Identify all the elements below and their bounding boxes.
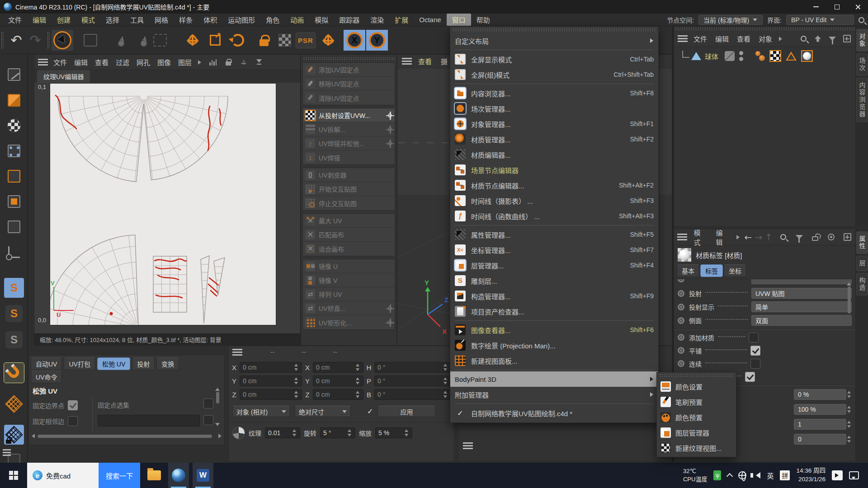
menu-item[interactable]: 编辑 bbox=[712, 227, 731, 248]
taskbar-word[interactable]: W bbox=[193, 463, 213, 488]
stepper-icon[interactable] bbox=[293, 362, 299, 372]
window-menu-item[interactable]: 时间线（函数曲线） ... Shift+Alt+F3 bbox=[450, 208, 658, 224]
focus-button[interactable] bbox=[826, 232, 836, 242]
add-material-checkbox[interactable] bbox=[749, 333, 759, 343]
panel-menu-button[interactable] bbox=[401, 57, 413, 66]
panel-menu-button[interactable] bbox=[462, 441, 474, 450]
magnet-tool-button[interactable] bbox=[4, 363, 24, 383]
uv-tools-tab[interactable]: 自动UV bbox=[31, 357, 62, 370]
download-button[interactable] bbox=[253, 57, 265, 67]
side-dropdown[interactable]: 双面 bbox=[751, 315, 852, 326]
gear-icon[interactable] bbox=[388, 320, 392, 324]
side-tab[interactable]: 对象 bbox=[856, 29, 868, 52]
menu-item[interactable]: 编辑 bbox=[71, 56, 91, 68]
tab-texture-uv-editor[interactable]: 纹理UV编辑器 bbox=[37, 70, 90, 83]
stepper-icon[interactable] bbox=[347, 428, 352, 438]
selection-extra-checkbox[interactable] bbox=[203, 415, 213, 425]
selection-tool-button[interactable] bbox=[102, 30, 124, 51]
ime-indicator[interactable]: 拼 bbox=[780, 470, 790, 480]
value-field[interactable]: 0 bbox=[794, 434, 846, 445]
path-up-button[interactable] bbox=[812, 34, 824, 44]
value-field[interactable]: 0 % bbox=[794, 389, 846, 400]
horizontal-scrollbar[interactable] bbox=[32, 434, 222, 438]
size-mode-dropdown[interactable]: 绝对尺寸 bbox=[295, 406, 351, 417]
side-tab[interactable]: 层 bbox=[856, 256, 868, 271]
anim-knob-icon[interactable] bbox=[678, 317, 684, 324]
window-menu-item[interactable]: 材质编辑器... bbox=[450, 147, 658, 162]
filter-button[interactable] bbox=[794, 232, 804, 242]
language-indicator[interactable]: 英 bbox=[767, 471, 774, 480]
uv-command[interactable]: 匹配画布 bbox=[303, 228, 395, 242]
model-mode-button[interactable] bbox=[4, 90, 24, 110]
stepper-icon[interactable] bbox=[443, 389, 448, 399]
window-menu-item[interactable]: 场景节点编辑器 bbox=[450, 162, 658, 178]
search-icon[interactable] bbox=[859, 17, 864, 23]
pan-view-button[interactable] bbox=[238, 57, 250, 67]
layer-toggle[interactable] bbox=[725, 51, 735, 61]
network-icon[interactable] bbox=[738, 471, 746, 479]
menu-item[interactable]: 查看 bbox=[91, 56, 112, 68]
uv-command[interactable]: 排列 UV bbox=[303, 287, 395, 301]
position-field[interactable]: 0 cm bbox=[240, 362, 302, 373]
anim-knob-icon[interactable] bbox=[678, 334, 684, 341]
rotation-field[interactable]: 0 ° bbox=[374, 375, 451, 386]
anim-knob-icon[interactable] bbox=[678, 347, 684, 354]
anim-knob-icon[interactable] bbox=[678, 279, 684, 282]
y-axis-lock-button[interactable]: Y bbox=[366, 30, 388, 51]
menu-item[interactable]: 扩展 bbox=[389, 14, 414, 26]
polygons-mode-button[interactable] bbox=[4, 192, 24, 211]
menu-item[interactable]: 查看 bbox=[415, 56, 435, 67]
uv-command[interactable]: 适合画布 bbox=[303, 242, 395, 256]
window-menu-item[interactable]: 时间线（摄影表） ... Shift+F3 bbox=[450, 193, 658, 208]
position-field[interactable]: 0 cm bbox=[240, 375, 302, 386]
undo-button[interactable]: ↶ bbox=[5, 30, 27, 51]
menu-item[interactable]: 体积 bbox=[198, 14, 222, 26]
selection-tool2-button[interactable] bbox=[125, 30, 146, 51]
menu-item[interactable]: 跟踪器 bbox=[334, 14, 365, 26]
menu-item[interactable]: 图层 bbox=[175, 56, 195, 68]
gear-icon[interactable] bbox=[388, 306, 392, 310]
attribute-tab[interactable]: 标签 bbox=[700, 264, 723, 277]
move-tool-button[interactable] bbox=[182, 30, 203, 51]
menu-item[interactable]: 图像 bbox=[154, 56, 175, 68]
menu-item[interactable]: 对象 bbox=[755, 33, 776, 44]
maximize-button[interactable] bbox=[826, 0, 847, 14]
panel-menu-button[interactable] bbox=[1, 448, 13, 456]
selection-badge-2[interactable]: S bbox=[4, 304, 24, 324]
submenu-item[interactable]: 颜色预置 bbox=[657, 409, 736, 425]
add-panel-button[interactable] bbox=[841, 34, 853, 44]
scale-tool-button[interactable] bbox=[204, 30, 226, 51]
material-tag-icon[interactable] bbox=[801, 50, 813, 62]
palette-handle[interactable] bbox=[302, 56, 395, 61]
uv-command[interactable]: 停止交互贴图 bbox=[303, 196, 395, 210]
size-field[interactable]: 0 cm bbox=[313, 375, 363, 386]
uv-mesh-button[interactable] bbox=[4, 394, 24, 414]
coordinate-mode-dropdown[interactable]: 对象 (相对) bbox=[232, 406, 290, 417]
uv-tools-tab-commands[interactable]: UV命令 bbox=[31, 371, 62, 383]
menu-item[interactable]: 过滤 bbox=[112, 56, 133, 68]
value-field[interactable]: 1 bbox=[794, 419, 846, 430]
uv-tools-tab[interactable]: 投射 bbox=[132, 357, 155, 370]
window-menu-item[interactable]: 构造管理器... Shift+F9 bbox=[450, 288, 658, 304]
point-selection-field[interactable] bbox=[98, 415, 200, 427]
uv-mesh-lock-button[interactable] bbox=[4, 425, 24, 445]
seamless-checkbox[interactable] bbox=[750, 359, 760, 369]
live-selection-button[interactable] bbox=[52, 30, 73, 51]
media-player-tray-icon[interactable] bbox=[832, 470, 843, 480]
stepper-icon[interactable] bbox=[355, 376, 360, 386]
lock-button[interactable] bbox=[810, 232, 821, 242]
menu-item[interactable]: Octane bbox=[414, 14, 446, 25]
stepper-icon[interactable] bbox=[293, 389, 299, 399]
window-menu-item[interactable]: 属性管理器... Shift+F5 bbox=[450, 227, 658, 242]
menu-item[interactable]: 窗口 bbox=[447, 14, 471, 26]
menu-overflow-icon[interactable] bbox=[779, 37, 784, 41]
node-space-dropdown[interactable]: 当前 (标准/物理) bbox=[698, 15, 763, 25]
window-menu-item[interactable]: 图像查看器... Shift+F6 bbox=[450, 322, 658, 338]
clock-widget[interactable]: 14:36 周四2023/1/26 bbox=[796, 467, 826, 484]
texture-mode-button[interactable] bbox=[274, 30, 296, 51]
points-mode-button[interactable] bbox=[4, 141, 24, 161]
uv-texture-image[interactable]: V U bbox=[50, 84, 276, 325]
history-forward-button[interactable]: → bbox=[755, 232, 762, 243]
vertical-scrollbar[interactable] bbox=[215, 388, 220, 404]
attribute-tab[interactable]: 坐标 bbox=[724, 264, 746, 277]
